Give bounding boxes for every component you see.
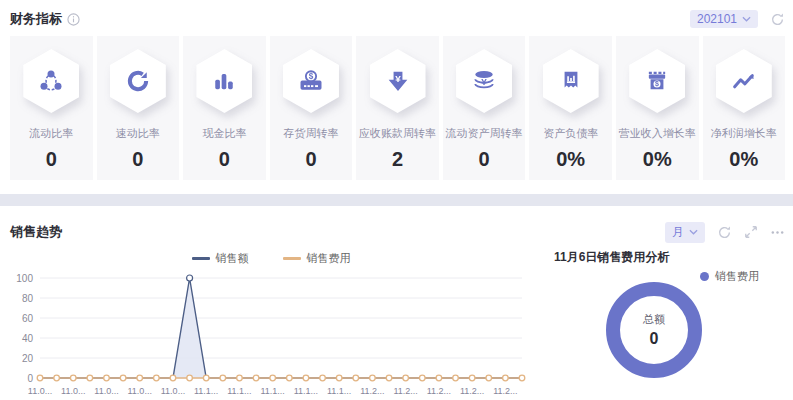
legend-item[interactable]: 销售费用: [283, 251, 351, 266]
metric-label: 速动比率: [116, 126, 160, 141]
sales-period-value: 月: [672, 224, 684, 241]
metric-card-profit-growth: 净利润增长率 0%: [703, 36, 786, 180]
metric-value: 0: [132, 148, 143, 171]
svg-text:¥: ¥: [395, 73, 401, 84]
metric-label: 资产负债率: [543, 126, 598, 141]
metric-label: 现金比率: [202, 126, 246, 141]
sales-line-chart[interactable]: 02040608010011.0...11.0...11.0...11.0...…: [10, 270, 532, 400]
finance-section-title: 财务指标: [10, 10, 62, 28]
metric-value: 0: [479, 148, 490, 171]
svg-text:$: $: [655, 80, 659, 88]
metric-value: 0%: [729, 148, 758, 171]
svg-text:0: 0: [27, 373, 33, 384]
svg-text:11.1...: 11.1...: [227, 386, 251, 396]
cash-register-icon: $: [297, 67, 325, 95]
sales-period-dropdown[interactable]: 月: [665, 222, 705, 243]
finance-period-value: 202101: [697, 12, 737, 26]
metric-card-debt-ratio: 资产负债率 0%: [529, 36, 612, 180]
section-divider: [0, 194, 793, 206]
metric-value: 0: [305, 148, 316, 171]
finance-indicators-section: 财务指标 202101 流动比率 0 速动比率 0: [0, 0, 793, 180]
metric-value: 2: [392, 148, 403, 171]
metric-label: 流动资产周转率: [446, 126, 523, 141]
receipt-chart-icon: [557, 67, 585, 95]
metric-card-inventory-turnover: $ 存货周转率 0: [270, 36, 353, 180]
metric-cards-row: 流动比率 0 速动比率 0 现金比率 0 $ 存货周转率 0 ¥ 应收账款周转率…: [10, 36, 785, 180]
finance-period-dropdown[interactable]: 202101: [690, 10, 758, 28]
svg-text:11.1...: 11.1...: [294, 386, 318, 396]
share-nodes-icon: [37, 67, 65, 95]
legend-item[interactable]: 销售额: [192, 251, 249, 266]
svg-text:11.2...: 11.2...: [393, 386, 417, 396]
donut-center-label: 总额: [643, 312, 665, 327]
yuan-coins-icon: ¥: [470, 67, 498, 95]
metric-label: 营业收入增长率: [619, 126, 696, 141]
svg-text:11.2...: 11.2...: [460, 386, 484, 396]
metric-card-cash-ratio: 现金比率 0: [183, 36, 266, 180]
metric-card-receivable-turnover: ¥ 应收账款周转率 2: [356, 36, 439, 180]
refresh-icon[interactable]: [717, 225, 732, 240]
svg-text:100: 100: [16, 273, 33, 284]
svg-text:11.0...: 11.0...: [94, 386, 118, 396]
shop-dollar-icon: $: [643, 67, 671, 95]
sales-trend-section: 销售趋势 月 销售额销售费用 02040608010011.0...11.0..…: [0, 206, 793, 400]
ring-arrow-icon: [124, 67, 152, 95]
svg-text:11.0...: 11.0...: [61, 386, 85, 396]
expand-icon[interactable]: [744, 225, 758, 239]
sales-line-chart-panel: 销售额销售费用 02040608010011.0...11.0...11.0..…: [10, 249, 532, 400]
metric-value: 0%: [643, 148, 672, 171]
svg-text:11.1...: 11.1...: [261, 386, 285, 396]
expense-donut-panel: 11月6日销售费用分析 销售费用 总额 0: [532, 249, 785, 400]
svg-text:11.1...: 11.1...: [327, 386, 351, 396]
svg-text:60: 60: [22, 313, 34, 324]
svg-text:20: 20: [22, 353, 34, 364]
metric-card-current-ratio: 流动比率 0: [10, 36, 93, 180]
info-icon[interactable]: [67, 13, 80, 26]
bar-chart-icon: [210, 67, 238, 95]
metric-card-revenue-growth: $ 营业收入增长率 0%: [616, 36, 699, 180]
svg-text:11.0...: 11.0...: [28, 386, 52, 396]
metric-card-current-asset-turnover: ¥ 流动资产周转率 0: [443, 36, 526, 180]
donut-legend-label: 销售费用: [715, 269, 759, 284]
donut-legend[interactable]: 销售费用: [700, 269, 759, 284]
refresh-icon[interactable]: [770, 12, 785, 27]
svg-text:11.2...: 11.2...: [427, 386, 451, 396]
chevron-down-icon: [742, 16, 751, 22]
more-icon[interactable]: [770, 225, 785, 240]
metric-label: 净利润增长率: [711, 126, 777, 141]
svg-text:11.1...: 11.1...: [194, 386, 218, 396]
yuan-down-arrow-icon: ¥: [384, 67, 412, 95]
trend-up-icon: [730, 67, 758, 95]
line-chart-legend[interactable]: 销售额销售费用: [10, 251, 532, 266]
svg-text:80: 80: [22, 293, 34, 304]
metric-card-quick-ratio: 速动比率 0: [97, 36, 180, 180]
metric-label: 存货周转率: [283, 126, 338, 141]
metric-value: 0: [46, 148, 57, 171]
metric-value: 0: [219, 148, 230, 171]
metric-value: 0%: [556, 148, 585, 171]
sales-section-title: 销售趋势: [10, 223, 62, 241]
svg-text:11.2...: 11.2...: [493, 386, 517, 396]
legend-dot: [700, 272, 709, 281]
svg-text:11.2...: 11.2...: [360, 386, 384, 396]
chevron-down-icon: [689, 229, 698, 235]
donut-title: 11月6日销售费用分析: [554, 249, 785, 266]
svg-text:$: $: [309, 72, 314, 81]
svg-text:11.0...: 11.0...: [128, 386, 152, 396]
svg-text:¥: ¥: [481, 76, 487, 87]
svg-text:40: 40: [22, 333, 34, 344]
metric-label: 流动比率: [29, 126, 73, 141]
metric-label: 应收账款周转率: [359, 126, 436, 141]
donut-chart[interactable]: 总额 0: [606, 282, 702, 378]
svg-text:11.0...: 11.0...: [161, 386, 185, 396]
donut-center-value: 0: [650, 330, 659, 348]
